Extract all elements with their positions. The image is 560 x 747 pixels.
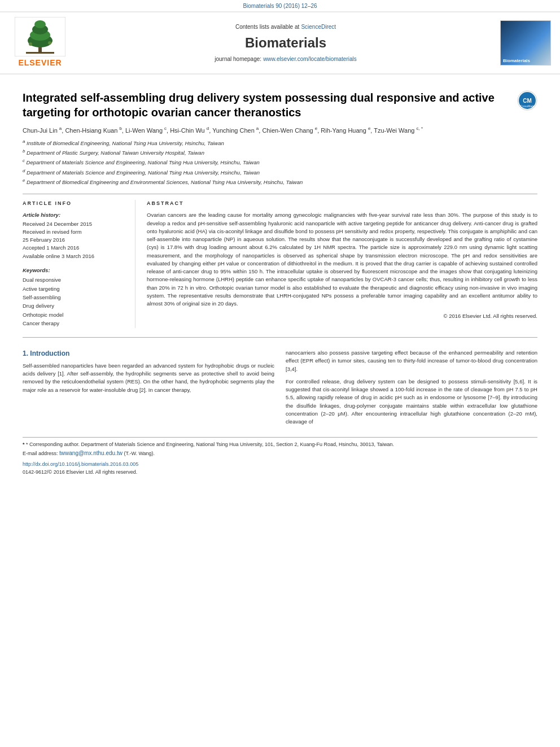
- abstract-column: ABSTRACT Ovarian cancers are the leading…: [147, 200, 537, 328]
- homepage-link[interactable]: www.elsevier.com/locate/biomaterials: [263, 56, 357, 62]
- article-info-heading: ARTICLE INFO: [23, 200, 126, 207]
- svg-point-5: [34, 20, 46, 28]
- footnote-text: * Corresponding author. Department of Ma…: [26, 442, 394, 447]
- email-suffix: (T.-W. Wang).: [124, 451, 155, 456]
- svg-text:CM: CM: [523, 98, 532, 104]
- authors-line: Chun-Jui Lin a, Chen-Hsiang Kuan b, Li-W…: [23, 125, 537, 135]
- abstract-heading: ABSTRACT: [147, 200, 537, 207]
- elsevier-wordmark: ELSEVIER: [18, 58, 62, 69]
- issn-line: 0142-9612/© 2016 Elsevier Ltd. All right…: [23, 469, 537, 477]
- elsevier-logo-container: ELSEVIER: [9, 17, 71, 69]
- header-section: ELSEVIER Contents lists available at Sci…: [0, 11, 560, 75]
- email-link[interactable]: twwang@mx.nthu.edu.tw: [59, 450, 123, 456]
- svg-point-8: [48, 41, 51, 45]
- intro-heading: 1. Introduction: [23, 349, 274, 359]
- article-title: Integrated self-assembling drug delivery…: [23, 90, 517, 120]
- keywords-section: Keywords: Dual responsive Active targeti…: [23, 267, 126, 327]
- intro-paragraph-3: For controlled release, drug delivery sy…: [286, 378, 537, 426]
- cover-title-text: Biomaterials: [503, 58, 530, 64]
- footnote-section: * * Corresponding author. Department of …: [23, 437, 537, 476]
- sciencedirect-link[interactable]: ScienceDirect: [301, 24, 336, 30]
- homepage-label: journal homepage:: [215, 56, 261, 62]
- email-label: E-mail address:: [23, 451, 58, 456]
- article-info-column: ARTICLE INFO Article history: Received 2…: [23, 200, 135, 328]
- article-history: Article history: Received 24 December 20…: [23, 211, 126, 260]
- body-right-column: nanocarriers also possess passive target…: [286, 349, 537, 426]
- journal-ref-top: Biomaterials 90 (2016) 12–26: [0, 0, 560, 11]
- crossmark-badge: CM CrossMark: [517, 90, 537, 113]
- svg-rect-6: [26, 52, 54, 54]
- journal-title-display: Biomaterials: [78, 33, 493, 53]
- affiliations-section: a Institute of Biomedical Engineering, N…: [23, 138, 537, 187]
- intro-paragraph-1: Self-assembled nanoparticles have been r…: [23, 362, 274, 394]
- biomaterials-cover-image: Biomaterials: [500, 20, 551, 65]
- abstract-text: Ovarian cancers are the leading cause fo…: [147, 211, 537, 308]
- svg-text:CrossMark: CrossMark: [520, 104, 535, 108]
- copyright-notice: © 2016 Elsevier Ltd. All rights reserved…: [147, 312, 537, 320]
- contents-text: Contents lists available at: [235, 24, 299, 30]
- header-center-content: Contents lists available at ScienceDirec…: [78, 23, 493, 63]
- body-left-column: 1. Introduction Self-assembled nanoparti…: [23, 349, 274, 426]
- doi-line: http://dx.doi.org/10.1016/j.biomaterials…: [23, 461, 537, 469]
- intro-paragraph-2: nanocarriers also possess passive target…: [286, 349, 537, 373]
- svg-point-7: [29, 42, 32, 46]
